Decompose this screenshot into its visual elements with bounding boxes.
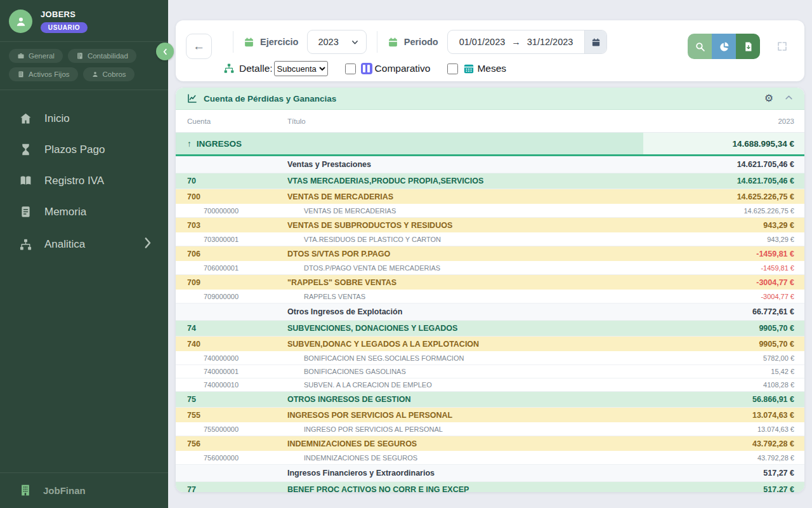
periodo-label: Periodo [404,37,438,47]
value-cell: 4108,28 € [643,381,804,389]
table-row[interactable]: 740SUBVEN,DONAC Y LEGADOS A LA EXPLOTACI… [176,337,804,352]
table-row[interactable]: Otros Ingresos de Explotación66.772,61 € [176,304,804,321]
periodo-control: 01/01/2023 → 31/12/2023 [447,30,608,54]
value-cell: 15,42 € [643,368,804,375]
module-pill-activos-fijos[interactable]: Activos Fijos [9,67,78,81]
table-row[interactable]: 755000000INGRESO POR SERVICIOS AL PERSON… [176,423,804,436]
table-row[interactable]: 75OTROS INGRESOS DE GESTION56.866,91 € [176,392,804,408]
sidebar-collapse-button[interactable] [156,43,174,60]
table-row[interactable]: 756INDEMNIZACIONES DE SEGUROS43.792,28 € [176,436,804,451]
titulo-cell: VTA.RESIDUOS DE PLASTICO Y CARTON [287,236,643,243]
search-icon [695,41,705,52]
sidebar-item-analitica[interactable]: Analitica [0,227,168,262]
sidebar-item-plazos-pago[interactable]: Plazos Pago [0,134,168,165]
column-year[interactable]: 2023 [643,117,804,125]
table-row[interactable]: 740000000BONIFICACION EN SEG.SOCIALES FO… [176,352,804,365]
table-row[interactable]: 740000001BONIFICACIONES GASOLINAS15,42 € [176,365,804,378]
value-cell: 14.621.705,46 € [643,177,804,185]
chart-button[interactable] [712,34,736,59]
sidebar-menu: InicioPlazos PagoRegistro IVAMemoriaAnal… [0,90,168,472]
table-row[interactable]: 703000001VTA.RESIDUOS DE PLASTICO Y CART… [176,233,804,246]
table-row[interactable]: 700VENTAS DE MERCADERIAS14.625.226,75 € [176,189,804,204]
value-cell: -3004,77 € [643,278,804,287]
meses-option: Meses [447,63,506,74]
table-row[interactable]: 709"RAPPELS" SOBRE VENTAS-3004,77 € [176,275,804,290]
fullscreen-button[interactable] [777,41,787,53]
arrow-right-icon: → [511,37,521,47]
table-row[interactable]: 706000001DTOS.P/PAGO VENTA DE MERCADERIA… [176,262,804,275]
meses-checkbox[interactable] [447,64,458,74]
section-value: 14.688.995,34 € [643,133,804,154]
calendar-icon [244,37,254,48]
cuenta-cell: 740000001 [176,368,287,375]
pill-label: Contabilidad [88,52,128,60]
chevron-right-icon [141,236,154,253]
table-row[interactable]: Ingresos Financieros y Extraordinarios51… [176,465,804,482]
detalle-select[interactable]: Subcuenta [274,61,328,76]
pill-label: Cobros [103,70,126,78]
table-row[interactable]: 70VTAS MERCADERIAS,PRODUC PROPIA,SERVICI… [176,173,804,189]
table-row[interactable]: 706DTOS S/VTAS POR P.PAGO-1459,81 € [176,246,804,262]
sidebar-item-memoria[interactable]: Memoria [0,196,168,227]
column-cuenta[interactable]: Cuenta [176,117,287,125]
columns-icon [361,63,372,74]
pill-label: Activos Fijos [29,70,70,78]
export-button[interactable] [736,34,760,59]
module-pill-general[interactable]: General [9,49,63,63]
chevron-left-icon [161,48,169,56]
titulo-cell: BENEF PROC ACTIVOS NO CORR E ING EXCEP [287,485,643,492]
titulo-cell: VENTAS DE MERCADERIAS [287,192,643,201]
table-row[interactable]: 709000000RAPPELS VENTAS-3004,77 € [176,290,804,304]
cuenta-cell: 703 [176,221,287,230]
titulo-cell: Ventas y Prestaciones [287,160,643,169]
user-block: JOBERS USUARIO [0,0,168,41]
comparativo-checkbox[interactable] [345,64,356,74]
table-row[interactable]: 756000000INDEMNIZACIONES DE SEGUROS43.79… [176,451,804,465]
cuenta-cell: 700 [176,192,287,201]
app-brand: JobFinan [43,485,86,496]
action-button-group [688,34,760,59]
avatar [9,10,32,33]
periodo-input[interactable]: 01/01/2023 → 31/12/2023 [448,30,585,53]
sidebar-item-inicio[interactable]: Inicio [0,103,168,134]
value-cell: 9905,70 € [643,324,804,333]
cuenta-cell: 77 [176,485,287,492]
person-icon [15,15,27,28]
calendar-icon [591,37,601,47]
section-row-ingresos[interactable]: ↑ INGRESOS 14.688.995,34 € [176,133,804,156]
titulo-cell: Otros Ingresos de Explotación [287,307,643,316]
separator [377,31,377,53]
titulo-cell: VENTAS DE MERCADERIAS [287,207,643,215]
book-icon [19,174,32,187]
search-button[interactable] [688,34,712,59]
value-cell: 943,29 € [643,236,804,243]
cuenta-cell: 740000010 [176,381,287,389]
table-row[interactable]: 755INGRESOS POR SERVICIOS AL PERSONAL13.… [176,408,804,423]
back-button[interactable]: ← [186,34,212,59]
ejercicio-select[interactable]: 2023 [307,30,366,54]
table-row[interactable]: 74SUBVENCIONES, DONACIONES Y LEGADOS9905… [176,321,804,337]
file-download-icon [743,41,754,52]
sidebar-item-registro-iva[interactable]: Registro IVA [0,165,168,196]
table-row[interactable]: Ventas y Prestaciones14.621.705,46 € [176,156,804,173]
ejercicio-label: Ejercicio [260,37,298,47]
separator [233,31,233,53]
chevron-down-icon [351,39,358,46]
table-row[interactable]: 740000010SUBVEN. A LA CREACION DE EMPLEO… [176,378,804,392]
titulo-cell: "RAPPELS" SOBRE VENTAS [287,278,643,287]
table-row[interactable]: 77BENEF PROC ACTIVOS NO CORR E ING EXCEP… [176,482,804,492]
titulo-cell: DTOS S/VTAS POR P.PAGO [287,250,643,258]
titulo-cell: OTROS INGRESOS DE GESTION [287,395,643,404]
module-pill-contabilidad[interactable]: Contabilidad [68,49,136,63]
table-row[interactable]: 700000000VENTAS DE MERCADERIAS14.625.226… [176,204,804,218]
column-titulo[interactable]: Título [287,117,643,125]
collapse-panel-button[interactable] [785,93,793,104]
module-pill-cobros[interactable]: Cobros [83,67,134,81]
ejercicio-label-group: Ejercicio [244,37,298,48]
periodo-from: 01/01/2023 [459,37,506,47]
table-row[interactable]: 703VENTAS DE SUBPRODUCTOS Y RESIDUOS943,… [176,218,804,233]
sidebar-footer[interactable]: JobFinan [0,472,168,508]
settings-button[interactable]: ⚙ [764,93,773,104]
titulo-cell: VENTAS DE SUBPRODUCTOS Y RESIDUOS [287,221,643,230]
periodo-calendar-button[interactable] [584,30,606,53]
